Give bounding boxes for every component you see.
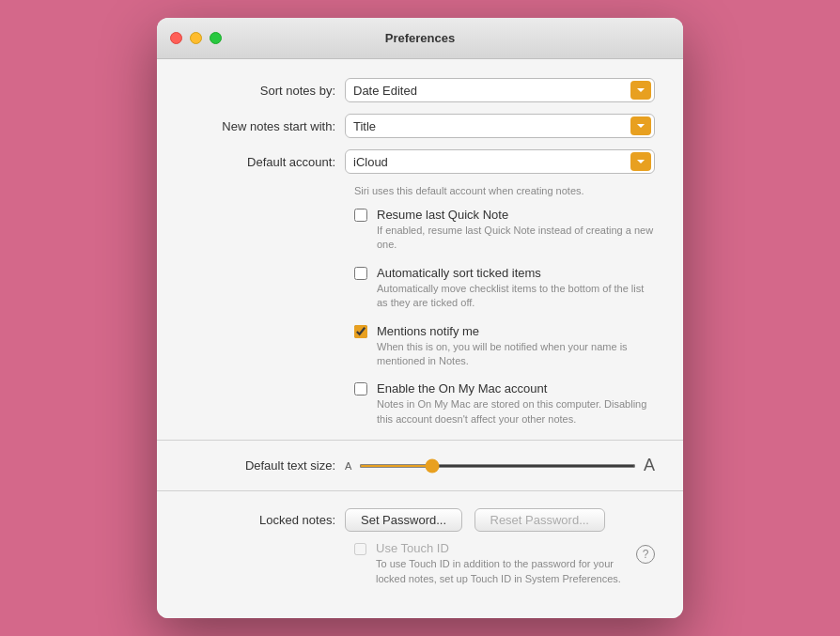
new-notes-label: New notes start with: [185,119,345,133]
help-icon-wrapper: ? [636,545,655,564]
slider-track-wrapper: A A [345,456,655,475]
mentions-checkbox[interactable] [354,325,367,338]
help-icon[interactable]: ? [636,545,655,564]
mentions-label: Mentions notify me [377,324,655,338]
auto-sort-desc: Automatically move checklist items to th… [377,282,655,311]
slider-small-a: A [345,460,351,472]
on-my-mac-text: Enable the On My Mac account Notes in On… [377,381,655,427]
resume-quick-note-row: Resume last Quick Note If enabled, resum… [185,208,655,253]
siri-hint: Siri uses this default account when crea… [354,185,655,196]
on-my-mac-checkbox-wrapper [354,382,367,399]
preferences-content: Sort notes by: Date Edited Date Created … [157,59,683,618]
on-my-mac-checkbox[interactable] [354,382,367,396]
touch-id-row: Use Touch ID To use Touch ID in addition… [185,541,655,586]
slider-section: Default text size: A A [157,440,683,491]
slider-large-a: A [644,456,655,475]
sort-notes-select[interactable]: Date Edited Date Created Title [345,78,655,102]
reset-password-button[interactable]: Reset Password... [474,508,606,532]
default-account-label: Default account: [185,155,345,169]
resume-quick-note-desc: If enabled, resume last Quick Note inste… [377,224,655,253]
new-notes-select-wrapper: Title Body None [345,114,655,138]
default-account-row: Default account: iCloud On My Mac [185,149,655,174]
touch-id-desc: To use Touch ID in addition to the passw… [376,557,636,586]
auto-sort-checkbox-wrapper [354,267,367,284]
resume-quick-note-checkbox[interactable] [354,209,367,222]
on-my-mac-label: Enable the On My Mac account [377,381,655,396]
touch-id-text: Use Touch ID To use Touch ID in addition… [376,541,636,586]
auto-sort-label: Automatically sort ticked items [377,266,655,280]
form-section: Sort notes by: Date Edited Date Created … [157,78,683,196]
touch-id-checkbox-wrapper [354,542,366,559]
auto-sort-checkbox[interactable] [354,267,367,280]
close-button[interactable] [170,32,182,44]
mentions-row: Mentions notify me When this is on, you … [185,324,655,369]
password-row: Locked notes: Set Password... Reset Pass… [185,508,655,532]
maximize-button[interactable] [210,32,222,44]
locked-notes-label: Locked notes: [185,513,345,527]
minimize-button[interactable] [190,32,202,44]
touch-id-checkbox[interactable] [354,543,366,555]
preferences-window: Preferences Sort notes by: Date Edited D… [157,18,683,618]
sort-notes-label: Sort notes by: [185,84,345,98]
sort-notes-row: Sort notes by: Date Edited Date Created … [185,78,655,102]
text-size-slider[interactable] [359,464,636,468]
auto-sort-text: Automatically sort ticked items Automati… [377,266,655,311]
auto-sort-row: Automatically sort ticked items Automati… [185,266,655,311]
new-notes-row: New notes start with: Title Body None [185,114,655,138]
slider-label: Default text size: [185,458,345,473]
default-account-select[interactable]: iCloud On My Mac [345,149,655,174]
mentions-text: Mentions notify me When this is on, you … [377,324,655,369]
resume-quick-note-label: Resume last Quick Note [377,208,655,222]
mentions-desc: When this is on, you will be notified wh… [377,340,655,369]
password-section: Locked notes: Set Password... Reset Pass… [157,491,683,596]
sort-notes-select-wrapper: Date Edited Date Created Title [345,78,655,102]
titlebar: Preferences [157,18,683,59]
new-notes-select[interactable]: Title Body None [345,114,655,138]
touch-id-label: Use Touch ID [376,541,636,555]
on-my-mac-desc: Notes in On My Mac are stored on this co… [377,397,655,427]
checkboxes-section: Resume last Quick Note If enabled, resum… [157,208,683,427]
window-title: Preferences [385,31,455,45]
default-account-select-wrapper: iCloud On My Mac [345,149,655,174]
resume-quick-note-text: Resume last Quick Note If enabled, resum… [377,208,655,253]
slider-row: Default text size: A A [185,456,655,475]
traffic-lights [170,32,222,44]
password-buttons: Set Password... Reset Password... [345,508,613,532]
on-my-mac-row: Enable the On My Mac account Notes in On… [185,381,655,427]
set-password-button[interactable]: Set Password... [345,508,462,532]
resume-quick-note-checkbox-wrapper [354,209,367,225]
mentions-checkbox-wrapper [354,325,367,342]
